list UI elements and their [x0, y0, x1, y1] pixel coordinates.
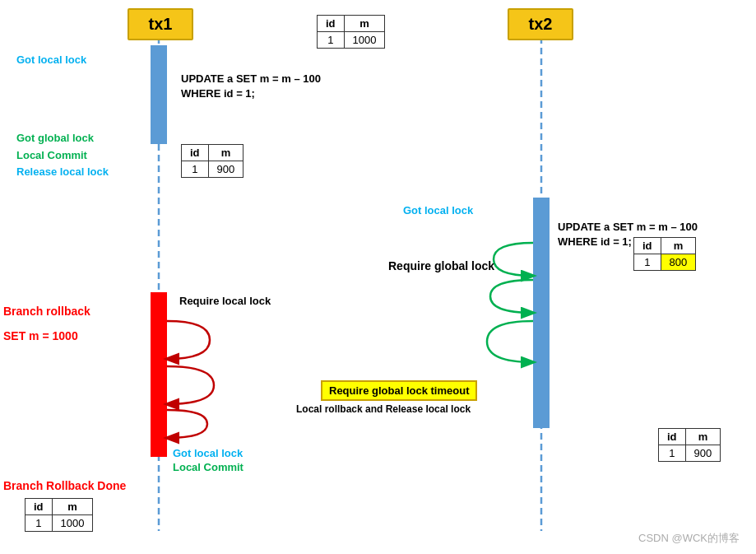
- tx1-got-global-lock-label: Got global lock: [16, 132, 94, 144]
- svg-rect-2: [151, 45, 167, 144]
- tx1-local-commit-label: Local Commit: [16, 149, 87, 161]
- tx2-final-table: id m 1 900: [658, 428, 721, 462]
- col-m: m: [208, 145, 243, 161]
- tx1-branch-rollback-done-label: Branch Rollback Done: [3, 479, 126, 492]
- col-id-header: id: [318, 16, 345, 32]
- tx2-require-global-lock-label: Require global lock: [388, 259, 494, 272]
- tx2-mid-table: id m 1 800: [633, 237, 696, 271]
- timeout-label: Require global lock timeout: [329, 384, 469, 397]
- cell-m-800: 800: [661, 254, 696, 271]
- svg-rect-4: [151, 292, 167, 457]
- tx1-got-local-lock2-label: Got local lock: [173, 447, 243, 459]
- cell-m-1000: 1000: [344, 32, 385, 49]
- col-m: m: [685, 429, 721, 445]
- tx1-after-table: id m 1 900: [181, 144, 243, 178]
- tx1-code-line2: WHERE id = 1;: [181, 87, 255, 100]
- tx1-label: tx1: [149, 15, 173, 33]
- tx2-box: tx2: [508, 8, 573, 40]
- cell-id: 1: [659, 445, 686, 462]
- tx1-local-commit2-label: Local Commit: [173, 461, 243, 473]
- cell-m-900: 900: [685, 445, 721, 462]
- tx2-got-local-lock-label: Got local lock: [403, 204, 473, 216]
- col-id: id: [182, 145, 209, 161]
- diagram: tx1 tx2 id m 1 1000 Got local lock UPDAT…: [0, 0, 756, 554]
- col-id: id: [634, 238, 661, 254]
- cell-id: 1: [26, 515, 53, 532]
- tx2-label: tx2: [529, 15, 553, 33]
- tx2-timeout-box: Require global lock timeout: [321, 380, 477, 401]
- svg-overlay: [0, 0, 756, 554]
- watermark: CSDN @WCK的博客: [638, 531, 740, 546]
- tx1-require-local-lock-label: Require local lock: [179, 295, 271, 307]
- tx1-box: tx1: [128, 8, 193, 40]
- initial-data-table: id m 1 1000: [317, 15, 385, 49]
- col-m-header: m: [344, 16, 385, 32]
- svg-rect-3: [533, 198, 550, 428]
- tx2-code-line1: UPDATE a SET m = m – 100: [558, 221, 698, 233]
- col-m: m: [52, 499, 93, 515]
- col-id: id: [659, 429, 686, 445]
- cell-id-1: 1: [318, 32, 345, 49]
- col-m: m: [661, 238, 696, 254]
- tx1-set-m-label: SET m = 1000: [3, 329, 78, 342]
- col-id: id: [26, 499, 53, 515]
- cell-id: 1: [634, 254, 661, 271]
- tx2-code-line2: WHERE id = 1;: [558, 235, 632, 248]
- tx2-local-rollback-label: Local rollback and Release local lock: [296, 403, 471, 415]
- cell-id: 1: [182, 161, 209, 178]
- cell-m-900: 900: [208, 161, 243, 178]
- tx1-rollback-table: id m 1 1000: [25, 498, 93, 532]
- tx1-code-line1: UPDATE a SET m = m – 100: [181, 72, 321, 85]
- tx1-got-local-lock-label: Got local lock: [16, 54, 86, 66]
- cell-m-1000: 1000: [52, 515, 93, 532]
- tx1-release-local-lock-label: Release local lock: [16, 165, 109, 178]
- tx1-branch-rollback-label: Branch rollback: [3, 305, 90, 318]
